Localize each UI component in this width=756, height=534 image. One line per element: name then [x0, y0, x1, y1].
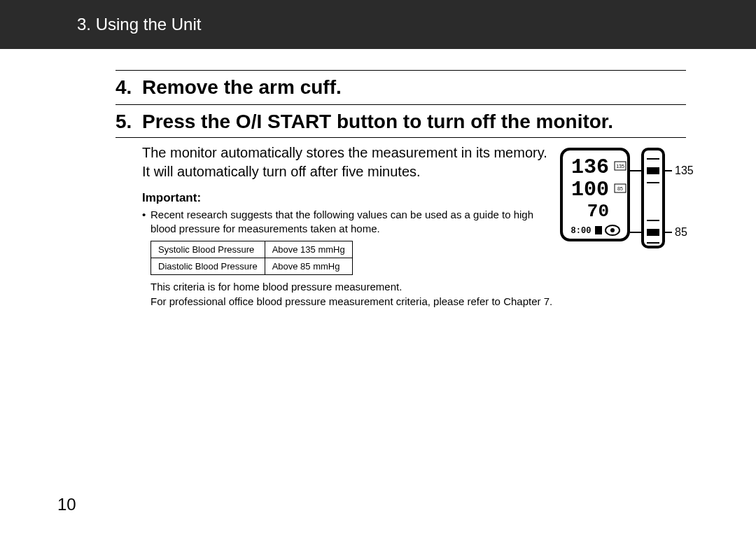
step-number: 5.: [115, 111, 142, 133]
step-5: 5. Press the O/I START button to turn of…: [115, 104, 686, 138]
table-cell: Systolic Blood Pressure: [151, 241, 265, 258]
important-label: Important:: [142, 191, 553, 205]
scale-label-135: 135: [675, 164, 693, 176]
post-table-note: For professional office blood pressure m…: [150, 294, 553, 309]
monitor-illustration: 136 100 70 8:00 135 85: [553, 143, 686, 309]
table-cell: Above 85 mmHg: [265, 258, 352, 274]
table-cell: Above 135 mmHg: [265, 241, 352, 258]
step-number: 4.: [115, 76, 142, 99]
step-text: Press the O/I START button to turn off t…: [142, 111, 613, 133]
step-body: The monitor automatically stores the mea…: [115, 143, 686, 309]
table-row: Diastolic Blood Pressure Above 85 mmHg: [151, 258, 353, 274]
svg-rect-7: [647, 167, 659, 174]
post-table-note: This criteria is for home blood pressure…: [150, 279, 553, 294]
svg-rect-8: [647, 229, 659, 236]
step-4: 4. Remove the arm cuff.: [115, 70, 686, 103]
svg-point-3: [610, 228, 615, 232]
bullet-dot: •: [142, 208, 150, 237]
step-text: Remove the arm cuff.: [142, 76, 342, 99]
body-line: The monitor automatically stores the mea…: [142, 143, 553, 162]
lcd-pulse: 70: [587, 201, 609, 222]
page-header-bar: 3. Using the Unit: [0, 0, 756, 49]
body-text-column: The monitor automatically stores the mea…: [115, 143, 553, 309]
manual-page: 3. Using the Unit 4. Remove the arm cuff…: [0, 0, 756, 534]
page-content: 4. Remove the arm cuff. 5. Press the O/I…: [0, 49, 756, 309]
lcd-systolic: 136: [571, 155, 609, 179]
section-title: 3. Using the Unit: [77, 15, 201, 34]
bp-guide-table: Systolic Blood Pressure Above 135 mmHg D…: [150, 241, 353, 275]
bullet-item: • Recent research suggests that the foll…: [142, 208, 553, 237]
table-cell: Diastolic Blood Pressure: [151, 258, 265, 274]
body-line: It will automatically turn off after fiv…: [142, 162, 553, 181]
lcd-tag-135: 135: [616, 164, 624, 169]
lcd-time: 8:00: [571, 226, 592, 236]
page-number: 10: [57, 495, 76, 514]
monitor-icon: 136 100 70 8:00 135 85: [560, 146, 693, 258]
lcd-tag-85: 85: [617, 186, 623, 191]
scale-label-85: 85: [675, 226, 687, 238]
svg-rect-1: [595, 226, 602, 234]
lcd-diastolic: 100: [571, 178, 609, 202]
bullet-text: Recent research suggests that the follow…: [150, 208, 553, 237]
table-row: Systolic Blood Pressure Above 135 mmHg: [151, 241, 353, 258]
